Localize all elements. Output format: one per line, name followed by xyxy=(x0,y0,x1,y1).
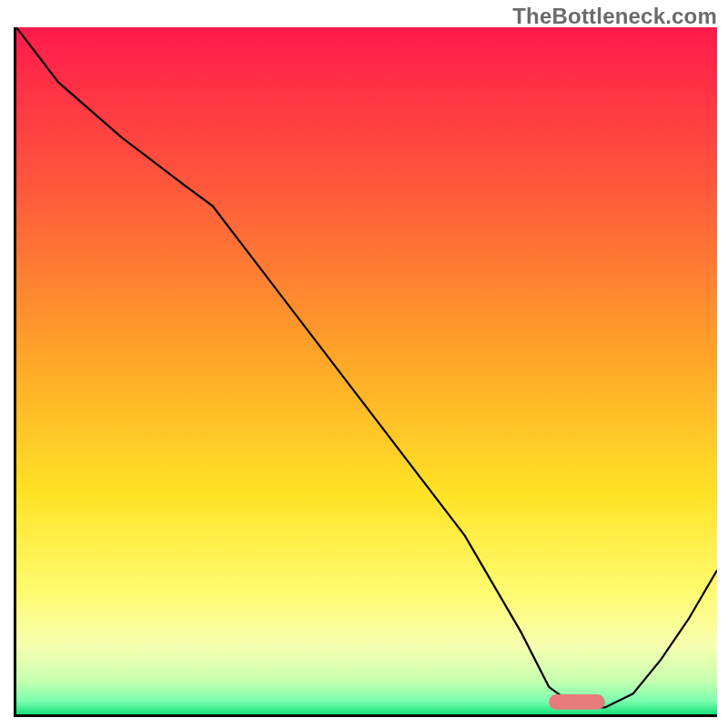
watermark-text: TheBottleneck.com xyxy=(512,4,717,29)
plot-area xyxy=(14,27,717,717)
chart-svg xyxy=(16,27,717,714)
optimal-marker xyxy=(549,694,605,710)
bottleneck-chart: TheBottleneck.com xyxy=(0,0,728,728)
gradient-fill xyxy=(16,27,717,714)
